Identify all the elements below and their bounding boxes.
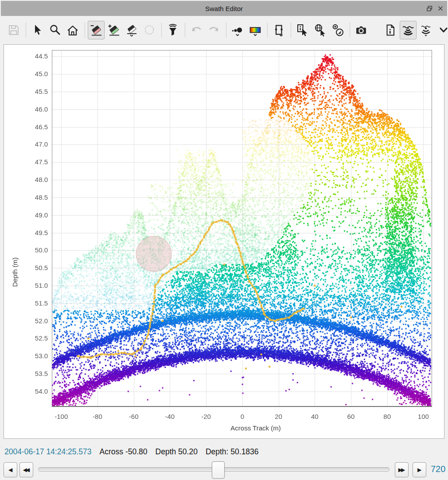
toolbar-separator: [291, 23, 291, 38]
x-tick-label: 100: [409, 413, 437, 420]
y-tick-label: 46.5: [4, 123, 48, 131]
reject-eraser-button[interactable]: [88, 21, 105, 39]
query-info-icon: [296, 23, 309, 37]
y-tick-label: 51.5: [4, 299, 48, 307]
y-tick-label: 48.5: [4, 194, 48, 201]
toolbar-separator: [267, 23, 268, 38]
swath-plot-panel: 44.545.045.546.046.547.047.548.048.549.0…: [4, 44, 444, 439]
lasso-icon: [143, 23, 156, 37]
toolbar-separator: [85, 23, 85, 38]
toolbar-separator: [185, 23, 185, 38]
y-tick-label: 52.5: [4, 334, 48, 342]
zoom-button[interactable]: [47, 21, 63, 39]
doc-info-button[interactable]: [382, 21, 399, 39]
y-tick-label: 45.5: [4, 88, 48, 95]
y-tick-label: 49.5: [4, 229, 48, 236]
y-tick-label: 52.0: [4, 317, 48, 325]
fast-prev-button[interactable]: ◀◀: [19, 462, 33, 477]
chevron-down-icon: [437, 23, 448, 37]
x-tick-label: -80: [83, 413, 112, 420]
x-tick-label: -100: [47, 413, 75, 420]
home-button[interactable]: [64, 21, 81, 39]
undo-button[interactable]: [188, 21, 205, 39]
status-timestamp: 2004-06-17 14:24:25.573: [4, 447, 92, 457]
x-axis-title: Across Track (m): [211, 424, 300, 432]
y-axis-title: Depth (m): [11, 246, 19, 299]
globe-icon: [313, 23, 327, 37]
home-icon: [66, 23, 79, 37]
x-tick-label: -20: [192, 413, 220, 420]
prev-ping-button[interactable]: ◀: [4, 462, 17, 477]
status-bar: 2004-06-17 14:24:25.573 Across -50.80 De…: [4, 445, 259, 458]
x-tick-label: 60: [337, 413, 365, 420]
cursor-select-button[interactable]: [29, 21, 46, 39]
point-size-icon: [231, 23, 244, 37]
filter-button[interactable]: [164, 21, 181, 39]
status-across: Across -50.80: [100, 447, 148, 457]
y-tick-label: 48.0: [4, 176, 48, 183]
toolbar-separator: [350, 23, 350, 38]
reject-eraser-icon: [90, 23, 103, 37]
x-tick-label: -40: [156, 413, 184, 420]
eraser-options-icon: [125, 23, 138, 37]
close-icon[interactable]: [438, 6, 443, 11]
y-tick-label: 45.0: [4, 70, 48, 77]
next-ping-button[interactable]: ▶: [413, 462, 426, 477]
swath-scatter-canvas[interactable]: [4, 45, 443, 437]
prev-ping-glyph: ◀: [8, 467, 12, 473]
more-options-button[interactable]: [435, 21, 448, 39]
camera-icon: [355, 23, 368, 37]
ping-slider-handle[interactable]: [212, 461, 225, 479]
fast-next-button[interactable]: ▶▶: [395, 462, 409, 477]
y-tick-label: 46.0: [4, 105, 48, 113]
query-info-button[interactable]: [294, 21, 311, 39]
swath-bounds-button[interactable]: [270, 21, 287, 39]
y-tick-label: 54.0: [4, 387, 48, 395]
single-swath-icon: [401, 23, 415, 37]
colormap-icon: [249, 23, 262, 37]
toolbar-separator: [161, 23, 162, 38]
next-ping-glyph: ▶: [417, 467, 421, 473]
cursor-icon: [31, 23, 44, 37]
colormap-button[interactable]: [247, 21, 264, 39]
swath-bounds-icon: [272, 23, 285, 37]
redo-icon: [207, 23, 221, 37]
save-button[interactable]: [5, 21, 22, 39]
x-tick-label: 20: [265, 413, 293, 420]
float-icon[interactable]: [427, 6, 432, 12]
compass-record-button[interactable]: [329, 21, 346, 39]
query-geo-button[interactable]: [312, 21, 328, 39]
x-tick-label: 80: [373, 413, 401, 420]
filter-icon: [166, 23, 179, 37]
y-tick-label: 49.0: [4, 211, 48, 219]
window-title: Swath Editor: [205, 5, 243, 12]
point-size-button[interactable]: [229, 21, 246, 39]
multi-swath-button[interactable]: [417, 21, 434, 39]
doc-info-icon: [384, 23, 397, 37]
snapshot-button[interactable]: [353, 21, 370, 39]
status-depth: Depth 50.20: [156, 447, 198, 457]
accept-eraser-icon: [107, 23, 121, 37]
lasso-button[interactable]: [141, 21, 158, 39]
save-icon: [7, 23, 20, 37]
status-depth-detail: Depth: 50.1836: [206, 447, 259, 457]
y-tick-label: 53.5: [4, 370, 48, 377]
magnifier-icon: [48, 23, 62, 37]
y-tick-label: 53.0: [4, 352, 48, 360]
fast-prev-glyph: ◀◀: [23, 467, 28, 473]
x-tick-label: -60: [120, 413, 148, 420]
multi-swath-icon: [419, 23, 432, 37]
toolbar-separator: [226, 23, 226, 38]
compass-record-icon: [331, 23, 344, 37]
x-tick-label: 40: [300, 413, 329, 420]
eraser-options-button[interactable]: [123, 21, 140, 39]
fast-next-glyph: ▶▶: [398, 467, 404, 473]
accept-eraser-button[interactable]: [105, 21, 122, 39]
toolbar: [0, 18, 448, 43]
redo-button[interactable]: [206, 21, 222, 39]
toolbar-separator: [26, 23, 26, 38]
y-tick-label: 47.5: [4, 158, 48, 166]
single-swath-button[interactable]: [400, 21, 417, 39]
y-tick-label: 47.0: [4, 140, 48, 148]
ping-number: 720: [431, 464, 445, 474]
